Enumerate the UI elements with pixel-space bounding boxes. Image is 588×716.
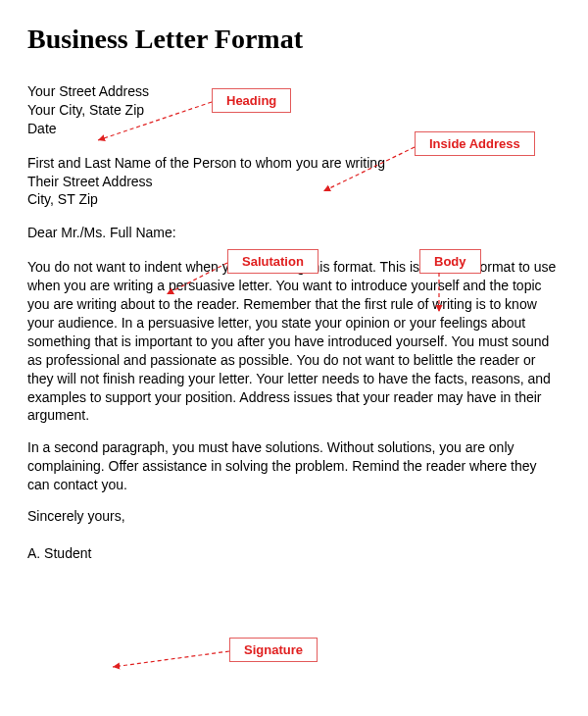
salutation-line: Dear Mr./Ms. Full Name: [27,225,561,240]
annotation-body: Body [419,249,481,274]
sender-city-state-zip: Your City, State Zip [27,101,561,120]
annotation-salutation: Salutation [227,249,318,274]
inside-address-block: First and Last Name of the Person to who… [27,154,561,210]
annotation-signature: Signature [229,638,318,662]
recipient-city-state-zip: City, ST Zip [27,190,561,209]
page-title: Business Letter Format [27,24,561,55]
recipient-name: First and Last Name of the Person to who… [27,154,561,173]
sender-street: Your Street Address [27,82,561,101]
svg-line-4 [113,651,229,667]
signature-line: A. Student [27,545,561,561]
closing-line: Sincerely yours, [27,508,561,524]
annotation-inside-address: Inside Address [415,131,535,156]
recipient-street: Their Street Address [27,173,561,191]
body-paragraph-1: You do not want to indent when you are u… [27,258,561,425]
annotation-heading: Heading [212,88,291,113]
heading-block: Your Street Address Your City, State Zip… [27,82,561,138]
body-paragraph-2: In a second paragraph, you must have sol… [27,438,561,494]
